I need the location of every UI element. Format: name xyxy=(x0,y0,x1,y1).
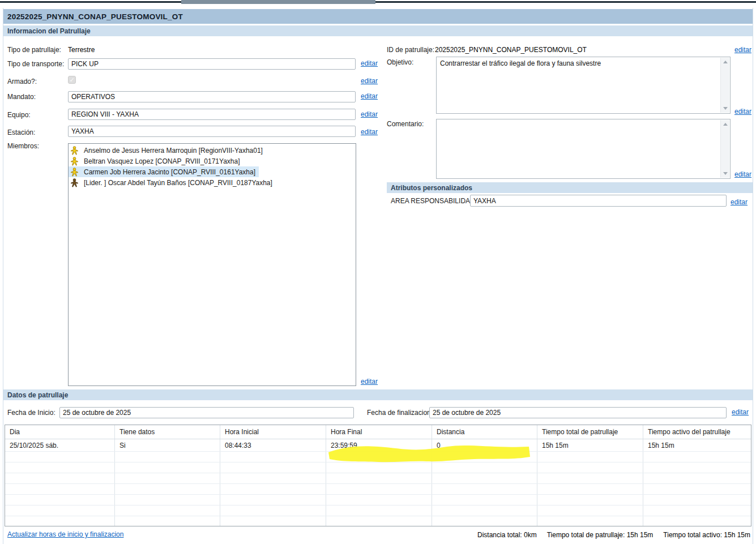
table-cell: Si xyxy=(115,439,220,451)
member-item[interactable]: [Lider. ] Oscar Abdel Tayún Baños [CONAP… xyxy=(69,177,276,188)
tipo-transporte-input[interactable] xyxy=(68,58,356,70)
scroll-up-icon[interactable] xyxy=(721,58,730,66)
table-cell-empty xyxy=(115,452,220,462)
column-header[interactable]: Hora Final xyxy=(326,425,432,439)
table-cell-empty xyxy=(537,516,643,526)
table-cell-empty xyxy=(326,452,432,462)
table-cell-empty xyxy=(115,462,220,473)
table-empty-row xyxy=(5,484,751,495)
table-cell-empty xyxy=(643,462,751,473)
table-cell-empty xyxy=(5,484,115,494)
table-cell-empty xyxy=(537,495,643,505)
table-cell-empty xyxy=(643,452,751,462)
edit-estacion-link[interactable]: editar xyxy=(361,128,378,136)
table-cell-empty xyxy=(220,452,326,462)
column-header[interactable]: Hora Inicial xyxy=(220,425,326,439)
column-header[interactable]: Tiempo activo del patrullaje xyxy=(643,425,751,439)
mandato-input[interactable] xyxy=(68,91,356,102)
table-cell-empty xyxy=(220,484,326,494)
total-item: Distancia total: 0km xyxy=(477,531,537,539)
edit-fecha-finalizacion-link[interactable]: editar xyxy=(732,408,749,416)
column-header[interactable]: Dia xyxy=(5,425,115,439)
objetivo-scrollbar xyxy=(720,58,729,113)
total-item: Tiempo total activo: 15h 15m xyxy=(663,531,750,539)
comentario-textarea[interactable] xyxy=(436,119,731,179)
mandato-label: Mandato: xyxy=(7,93,36,101)
equipo-label: Equipo: xyxy=(7,111,31,119)
estacion-label: Estación: xyxy=(7,128,35,136)
id-patrullaje-label: ID de patrullaje: xyxy=(387,46,434,54)
edit-miembros-link[interactable]: editar xyxy=(361,378,378,385)
app-top-edge xyxy=(0,1,756,3)
area-responsabilidad-input[interactable] xyxy=(470,195,727,207)
fecha-finalizacion-input[interactable] xyxy=(429,407,727,418)
tipo-transporte-label: Tipo de transporte: xyxy=(7,60,64,68)
window-border-left xyxy=(3,8,3,544)
table-cell-empty xyxy=(5,452,115,462)
member-icon xyxy=(71,157,81,166)
table-cell-empty xyxy=(220,462,326,473)
fecha-inicio-label: Fecha de Inicio: xyxy=(7,409,55,417)
table-cell-empty xyxy=(643,484,751,494)
edit-equipo-link[interactable]: editar xyxy=(361,110,378,118)
active-tab-indicator[interactable] xyxy=(181,0,375,4)
table-cell-empty xyxy=(326,495,432,505)
member-name: Carmen Job Herrera Jacinto [CONAP_RVIII_… xyxy=(84,168,255,176)
table-cell-empty xyxy=(220,495,326,505)
edit-armado-link[interactable]: editar xyxy=(361,77,378,85)
scroll-up-icon[interactable] xyxy=(721,120,730,128)
patrol-info-window: 20252025_PNYNN_CONAP_PUESTOMOVIL_OT Info… xyxy=(0,0,756,544)
section-header-datos: Datos de patrullaje xyxy=(3,389,753,400)
member-item[interactable]: Anselmo de Jesus Herrera Marroquin [Regi… xyxy=(69,145,266,156)
edit-mandato-link[interactable]: editar xyxy=(361,92,378,100)
objetivo-text: Contrarrestar el tráfico ilegal de flora… xyxy=(440,59,717,68)
table-cell-empty xyxy=(115,484,220,494)
table-empty-row xyxy=(5,506,751,516)
update-hours-link[interactable]: Actualizar horas de inicio y finalizacio… xyxy=(7,530,123,538)
table-cell-empty xyxy=(5,516,115,526)
edit-comentario-link[interactable]: editar xyxy=(734,170,751,178)
armado-checkbox[interactable]: ✓ xyxy=(68,76,76,84)
comentario-scrollbar xyxy=(720,120,729,178)
edit-area-responsabilidad-link[interactable]: editar xyxy=(731,198,748,206)
table-cell: 15h 15m xyxy=(537,439,643,451)
equipo-input[interactable] xyxy=(68,109,356,120)
column-header[interactable]: Distancia xyxy=(432,425,537,439)
tipo-patrullaje-value: Terrestre xyxy=(68,46,95,54)
edit-objetivo-link[interactable]: editar xyxy=(734,108,751,115)
edit-id-patrullaje-link[interactable]: editar xyxy=(734,46,751,54)
fecha-finalizacion-label: Fecha de finalizacion: xyxy=(367,409,433,417)
member-name: Anselmo de Jesus Herrera Marroquin [Regi… xyxy=(84,147,263,155)
fecha-inicio-input[interactable] xyxy=(59,407,354,418)
member-icon xyxy=(71,168,81,177)
table-cell-empty xyxy=(537,462,643,473)
column-header[interactable]: Tiene datos xyxy=(115,425,220,439)
table-cell-empty xyxy=(643,516,751,526)
section-header-atributos: Atributos personalizados xyxy=(387,182,753,193)
table-empty-row xyxy=(5,462,751,473)
estacion-input[interactable] xyxy=(68,126,356,137)
table-cell: 08:44:33 xyxy=(220,439,326,451)
table-cell-empty xyxy=(220,516,326,526)
id-patrullaje-value: 20252025_PNYNN_CONAP_PUESTOMOVIL_OT xyxy=(435,46,587,54)
table-cell-empty xyxy=(326,484,432,494)
table-cell-empty xyxy=(432,495,537,505)
table-header-row: DiaTiene datosHora InicialHora FinalDist… xyxy=(5,425,751,439)
table-cell-empty xyxy=(326,473,432,483)
objetivo-textarea[interactable]: Contrarrestar el tráfico ilegal de flora… xyxy=(436,57,731,114)
column-header[interactable]: Tiempo total de patrullaje xyxy=(537,425,643,439)
member-item[interactable]: Beltran Vasquez Lopez [CONAP_RVIII_0171Y… xyxy=(69,156,244,166)
table-cell-empty xyxy=(5,506,115,516)
edit-tipo-transporte-link[interactable]: editar xyxy=(361,59,378,67)
table-row[interactable]: 25/10/2025 sáb.Si08:44:3323:59:59015h 15… xyxy=(5,439,751,452)
member-name: Beltran Vasquez Lopez [CONAP_RVIII_0171Y… xyxy=(84,157,240,165)
scroll-down-icon[interactable] xyxy=(721,169,730,178)
member-item[interactable]: Carmen Job Herrera Jacinto [CONAP_RVIII_… xyxy=(69,166,259,177)
table-empty-row xyxy=(5,473,751,484)
scroll-down-icon[interactable] xyxy=(721,104,730,113)
table-cell-empty xyxy=(5,473,115,483)
area-responsabilidad-label: AREA RESPONSABILIDAD: xyxy=(391,197,477,205)
table-cell-empty xyxy=(432,473,537,483)
table-cell-empty xyxy=(220,473,326,483)
leader-member-icon xyxy=(71,178,81,187)
